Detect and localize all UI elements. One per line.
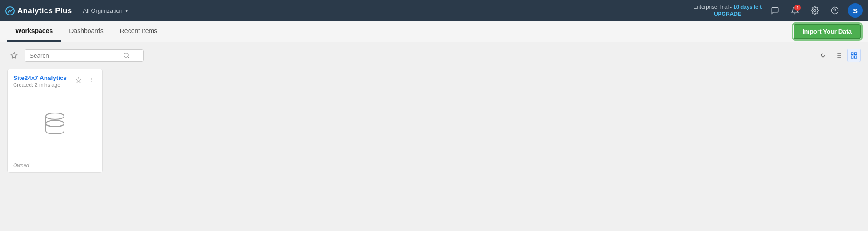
notification-badge: 1 xyxy=(794,5,801,11)
workspaces-grid: Site24x7 Analytics Created: 2 mins ago xyxy=(7,69,861,173)
card-body xyxy=(8,90,102,157)
settings-icon-button[interactable] xyxy=(808,4,822,17)
favorites-filter-button[interactable] xyxy=(7,49,21,62)
card-favorite-button[interactable] xyxy=(73,74,84,85)
logo: Analytics Plus xyxy=(5,6,72,15)
svg-point-23 xyxy=(46,113,64,119)
svg-rect-17 xyxy=(854,56,857,58)
trial-info: Enterprise Trial - 10 days left UPGRADE xyxy=(694,3,762,18)
analytics-plus-logo-icon xyxy=(5,6,15,15)
workspace-subtitle: Created: 2 mins ago xyxy=(13,82,73,88)
top-navigation: Analytics Plus All Orginization ▼ Enterp… xyxy=(0,0,868,21)
svg-marker-4 xyxy=(11,52,17,58)
toolbar-right xyxy=(816,49,861,62)
search-input[interactable] xyxy=(30,52,120,59)
nav-tabs: Workspaces Dashboards Recent Items xyxy=(7,21,165,42)
svg-point-24 xyxy=(46,120,64,127)
grid-view-button[interactable] xyxy=(847,49,861,62)
days-left: 10 days left xyxy=(733,4,762,10)
notification-bell-button[interactable]: 1 xyxy=(788,4,802,17)
chat-icon-button[interactable] xyxy=(768,4,782,17)
svg-point-1 xyxy=(814,10,816,12)
org-label: All Orginization xyxy=(83,7,122,14)
card-title-area: Site24x7 Analytics Created: 2 mins ago xyxy=(13,74,73,88)
svg-point-5 xyxy=(124,53,128,57)
svg-line-6 xyxy=(128,57,129,58)
database-icon xyxy=(40,109,69,138)
sort-button[interactable] xyxy=(816,49,830,62)
org-selector[interactable]: All Orginization ▼ xyxy=(79,5,132,16)
secondary-navigation: Workspaces Dashboards Recent Items Impor… xyxy=(0,21,868,42)
workspace-title: Site24x7 Analytics xyxy=(13,74,73,81)
svg-point-22 xyxy=(91,81,92,82)
card-footer: Owned xyxy=(8,157,102,172)
card-actions xyxy=(73,74,97,85)
svg-point-20 xyxy=(91,78,92,79)
app-title: Analytics Plus xyxy=(17,6,72,15)
help-icon-button[interactable] xyxy=(828,4,842,17)
content-toolbar xyxy=(7,49,861,62)
import-data-button[interactable]: Import Your Data xyxy=(794,24,861,39)
user-avatar[interactable]: S xyxy=(848,3,863,18)
tab-recent-items[interactable]: Recent Items xyxy=(112,21,165,42)
search-icon xyxy=(123,52,129,59)
nav-left: Analytics Plus All Orginization ▼ xyxy=(5,5,133,16)
trial-text: Enterprise Trial - xyxy=(694,4,734,10)
search-box xyxy=(25,49,144,62)
chevron-down-icon: ▼ xyxy=(124,8,129,13)
svg-marker-19 xyxy=(76,77,81,82)
card-more-options-button[interactable] xyxy=(86,74,97,85)
tab-dashboards[interactable]: Dashboards xyxy=(61,21,112,42)
upgrade-link[interactable]: UPGRADE xyxy=(694,10,762,18)
svg-rect-15 xyxy=(851,53,853,55)
tab-workspaces[interactable]: Workspaces xyxy=(7,21,61,42)
svg-rect-16 xyxy=(854,53,857,55)
list-view-button[interactable] xyxy=(832,49,845,62)
nav-right: Enterprise Trial - 10 days left UPGRADE … xyxy=(694,3,863,18)
svg-point-21 xyxy=(91,79,92,80)
workspace-card[interactable]: Site24x7 Analytics Created: 2 mins ago xyxy=(7,69,103,173)
workspace-owner-label: Owned xyxy=(13,162,29,168)
card-header: Site24x7 Analytics Created: 2 mins ago xyxy=(8,69,102,90)
svg-line-8 xyxy=(821,53,823,55)
toolbar-left xyxy=(7,49,144,62)
svg-rect-18 xyxy=(851,56,853,58)
main-content: Site24x7 Analytics Created: 2 mins ago xyxy=(0,42,868,231)
